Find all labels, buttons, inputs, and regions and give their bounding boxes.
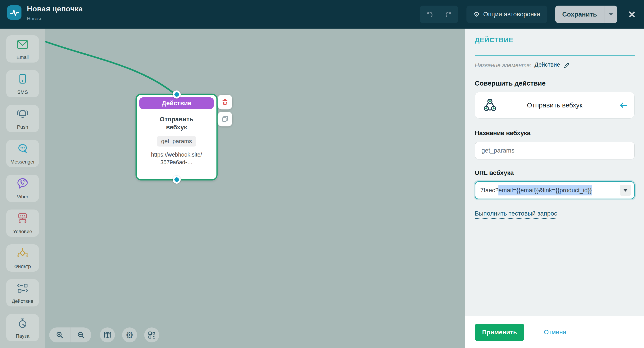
- test-request-link[interactable]: Выполнить тестовый запрос: [475, 210, 557, 219]
- zoom-in-button[interactable]: [49, 328, 70, 343]
- webhook-name-label: Название вебхука: [475, 130, 531, 137]
- close-builder-button[interactable]: [626, 9, 637, 20]
- guide-button[interactable]: [100, 328, 115, 343]
- duplicate-node-button[interactable]: [218, 112, 232, 126]
- top-bar: Новая цепочка Новая ⚙ Опци: [0, 0, 644, 29]
- element-name-row: Название элемента: Действие: [475, 61, 570, 69]
- selected-action-card[interactable]: Отправить вебхук: [475, 92, 634, 119]
- viber-icon: [15, 177, 30, 191]
- zoom-controls: [49, 328, 91, 343]
- pencil-icon[interactable]: [563, 62, 570, 69]
- url-variables-dropdown-button[interactable]: [620, 185, 631, 196]
- action-node[interactable]: Действие Отправить вебхук get_params htt…: [136, 94, 218, 180]
- flow-title: Новая цепочка: [27, 4, 83, 13]
- action-icon: [15, 281, 30, 295]
- node-name-badge: get_params: [157, 136, 196, 147]
- app-logo: [7, 5, 22, 20]
- undo-button[interactable]: [420, 5, 439, 23]
- book-icon: [103, 331, 112, 340]
- flow-title-block: Новая цепочка Новая: [27, 4, 83, 22]
- node-type-badge: Действие: [139, 97, 214, 109]
- output-port[interactable]: [173, 175, 181, 183]
- sidebar-item-label: Push: [6, 124, 39, 130]
- sidebar-item-pause[interactable]: Пауза: [6, 314, 39, 341]
- funnel-options-button[interactable]: ⚙ Опции автоворонки: [466, 5, 548, 23]
- trash-icon: [221, 98, 229, 106]
- sidebar-item-condition[interactable]: Условие: [6, 209, 39, 237]
- messenger-icon: [15, 142, 30, 156]
- push-icon: [15, 107, 30, 121]
- panel-heading-rule: [475, 55, 634, 56]
- zoom-in-icon: [56, 331, 64, 339]
- sidebar-item-action[interactable]: Действие: [6, 279, 39, 307]
- delete-node-button[interactable]: [218, 95, 232, 109]
- save-button[interactable]: Сохранить: [555, 5, 604, 23]
- zoom-out-icon: [77, 331, 85, 339]
- caret-down-icon: [609, 13, 613, 16]
- action-section-title: Совершить действие: [475, 80, 546, 87]
- minimap-icon: [147, 331, 156, 340]
- flow-subtitle: Новая: [27, 16, 83, 22]
- sidebar-item-label: SMS: [6, 89, 39, 95]
- sidebar-item-filter[interactable]: Фильтр: [6, 244, 39, 272]
- node-title: Отправить вебхук: [152, 115, 201, 132]
- connection-line: [45, 29, 465, 348]
- sidebar-item-label: Условие: [6, 229, 39, 234]
- gear-icon: ⚙: [474, 11, 480, 18]
- save-dropdown-button[interactable]: [604, 5, 618, 23]
- sidebar-item-sms[interactable]: SMS: [6, 70, 39, 97]
- zoom-out-button[interactable]: [70, 328, 91, 343]
- canvas-settings-button[interactable]: ⚙: [122, 328, 137, 343]
- sidebar-item-label: Viber: [6, 194, 39, 200]
- redo-arrow-icon: [444, 10, 453, 19]
- selected-action-label: Отправить вебхук: [475, 92, 634, 118]
- save-button-group: Сохранить: [555, 5, 618, 23]
- close-icon: [628, 10, 636, 19]
- redo-button[interactable]: [439, 5, 458, 23]
- caret-down-icon: [624, 189, 628, 192]
- webhook-url-label: URL вебхука: [475, 169, 514, 176]
- sidebar-item-messenger[interactable]: Messenger: [6, 140, 39, 167]
- undo-arrow-icon: [425, 10, 434, 19]
- save-button-label: Сохранить: [562, 11, 597, 18]
- flow-canvas[interactable]: Действие Отправить вебхук get_params htt…: [45, 29, 465, 348]
- sidebar-item-label: Действие: [6, 298, 39, 304]
- email-icon: [15, 37, 30, 51]
- webhook-url-input[interactable]: 7faec?email={{email}}&link={{product_id}…: [475, 181, 634, 199]
- sidebar-item-label: Фильтр: [6, 264, 39, 269]
- cancel-button[interactable]: Отмена: [544, 329, 566, 336]
- minimap-button[interactable]: [144, 328, 159, 343]
- sidebar-item-label: Пауза: [6, 333, 39, 339]
- pulse-icon: [8, 7, 20, 18]
- settings-panel: ДЕЙСТВИЕ Название элемента: Действие Сов…: [465, 29, 644, 348]
- filter-icon: [15, 247, 30, 260]
- element-name-label: Название элемента:: [475, 62, 531, 69]
- sms-icon: [15, 72, 30, 86]
- back-arrow-icon[interactable]: [619, 101, 628, 110]
- sidebar-item-label: Messenger: [6, 159, 39, 165]
- node-url-preview: https://webhook.site/3579a6ad-…: [150, 151, 203, 166]
- sidebar-item-label: Email: [6, 54, 39, 60]
- pause-icon: [15, 316, 30, 330]
- sidebar-item-push[interactable]: Push: [6, 105, 39, 132]
- gear-icon: ⚙: [126, 331, 134, 340]
- apply-button[interactable]: Применить: [475, 324, 524, 341]
- panel-footer: Применить Отмена: [465, 316, 644, 348]
- url-text-prefix: 7faec?: [480, 187, 498, 194]
- sidebar-item-email[interactable]: Email: [6, 35, 39, 63]
- sidebar-item-viber[interactable]: Viber: [6, 175, 39, 202]
- node-action-buttons: [218, 95, 232, 126]
- undo-redo-group: [420, 5, 458, 23]
- panel-heading: ДЕЙСТВИЕ: [475, 36, 514, 44]
- url-text-selected: email={{email}}&link={{product_id}}: [498, 185, 592, 195]
- condition-icon: [15, 212, 30, 226]
- automation-builder-app: Новая цепочка Новая ⚙ Опци: [0, 0, 644, 348]
- funnel-options-label: Опции автоворонки: [483, 11, 540, 18]
- webhook-name-input[interactable]: [475, 142, 634, 160]
- element-name-value[interactable]: Действие: [534, 61, 560, 69]
- input-port[interactable]: [173, 90, 181, 99]
- copy-icon: [221, 115, 229, 123]
- element-sidebar: Email SMS Push Messenger: [0, 29, 45, 348]
